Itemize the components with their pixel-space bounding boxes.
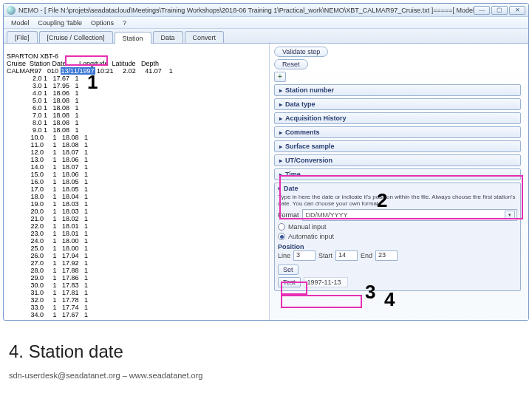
window-title: NEMO - [ File N:\projets\seadatacloud\Me… — [18, 7, 474, 14]
properties-pane: Validate step Reset + ▸Station number ▸D… — [270, 44, 528, 320]
slide-footer: sdn-userdesk@seadatanet.org – www.seadat… — [9, 371, 203, 380]
tab-data[interactable]: Data — [153, 31, 183, 43]
callout-3: 3 — [365, 281, 375, 304]
position-label: Position — [278, 243, 517, 250]
callout-1: 1 — [87, 71, 98, 94]
manual-input-radio[interactable] — [278, 223, 285, 231]
format-select[interactable]: DD/MM/YYYY ▾ — [302, 209, 517, 221]
date-help-text: Type in here the date or indicate it's p… — [278, 194, 517, 207]
test-button[interactable]: Test — [278, 277, 301, 287]
maximize-button[interactable]: ▢ — [491, 6, 508, 15]
section-surface[interactable]: ▸Surface sample — [274, 140, 521, 152]
section-comments[interactable]: ▸Comments — [274, 126, 521, 138]
add-button[interactable]: + — [274, 72, 286, 82]
manual-input-label: Manual input — [288, 223, 327, 231]
tab-station[interactable]: Station — [115, 32, 151, 44]
callout-2: 2 — [377, 189, 387, 212]
chevron-right-icon: ▸ — [279, 143, 282, 150]
section-acquisition[interactable]: ▸Acquisition History — [274, 112, 521, 124]
menubar: Model Coupling Table Options ? — [4, 17, 528, 29]
menu-options[interactable]: Options — [86, 19, 118, 27]
chevron-down-icon[interactable]: ▾ — [505, 211, 515, 219]
chevron-right-icon: ▸ — [279, 157, 282, 164]
section-data-type[interactable]: ▸Data type — [274, 98, 521, 110]
app-window: NEMO - [ File N:\projets\seadatacloud\Me… — [3, 3, 529, 321]
start-input[interactable]: 14 — [335, 250, 358, 261]
section-utconv[interactable]: ▸UT/Conversion — [274, 154, 521, 166]
chevron-down-icon: ▾ — [278, 185, 281, 192]
section-station-number[interactable]: ▸Station number — [274, 84, 521, 96]
app-icon — [7, 6, 16, 15]
close-button[interactable]: ✕ — [509, 6, 525, 15]
menu-coupling[interactable]: Coupling Table — [34, 19, 86, 27]
chevron-right-icon: ▸ — [279, 129, 282, 136]
line-input[interactable]: 3 — [293, 250, 316, 261]
section-time[interactable]: ▸Time — [274, 168, 521, 180]
section-date: ▾Date Type in here the date or indicate … — [274, 183, 521, 291]
end-input[interactable]: 23 — [375, 250, 398, 261]
menu-model[interactable]: Model — [7, 19, 34, 27]
chevron-right-icon: ▸ — [279, 101, 282, 108]
validate-button[interactable]: Validate step — [274, 47, 328, 57]
automatic-input-label: Automatic input — [288, 233, 334, 240]
titlebar: NEMO - [ File N:\projets\seadatacloud\Me… — [4, 4, 528, 17]
menu-help[interactable]: ? — [118, 19, 131, 27]
callout-4: 4 — [384, 288, 395, 311]
chevron-right-icon: ▸ — [279, 87, 282, 94]
tabbar: [File] [Cruise / Collection] Station Dat… — [4, 29, 528, 44]
tab-file[interactable]: [File] — [7, 31, 38, 43]
tab-cruise[interactable]: [Cruise / Collection] — [39, 31, 113, 43]
format-label: Format — [278, 211, 299, 219]
slide-title: 4. Station date — [9, 341, 123, 362]
automatic-input-radio[interactable] — [278, 233, 285, 240]
tab-convert[interactable]: Convert — [185, 31, 225, 43]
minimize-button[interactable]: — — [474, 6, 490, 15]
file-preview-pane[interactable]: SPARTON XBT-6Cruise Station Date Longitu… — [4, 44, 270, 320]
chevron-right-icon: ▸ — [279, 115, 282, 122]
set-button[interactable]: Set — [278, 265, 299, 275]
chevron-right-icon: ▸ — [279, 171, 282, 178]
reset-button[interactable]: Reset — [274, 59, 308, 69]
test-output: 1997-11-13 — [304, 277, 348, 287]
